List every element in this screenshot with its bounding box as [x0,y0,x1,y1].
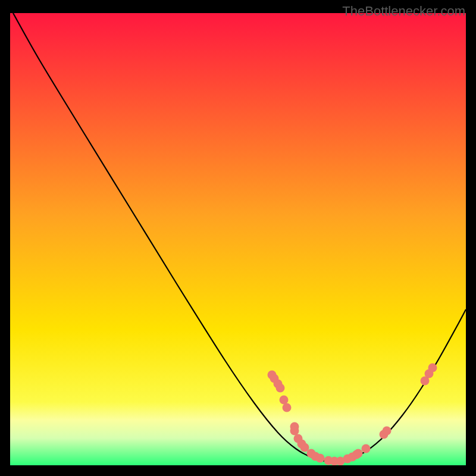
data-point [276,384,285,393]
watermark-text: TheBottlenecker.com [342,4,465,19]
data-point [383,427,392,436]
data-point [354,449,363,458]
data-point [290,427,299,436]
chart-plot-area [10,13,466,465]
data-point [362,444,371,453]
chart-svg [10,13,466,465]
data-point [280,396,289,405]
data-point [316,454,325,463]
chart-background [10,13,466,465]
data-point [428,364,437,372]
data-point [283,403,292,412]
